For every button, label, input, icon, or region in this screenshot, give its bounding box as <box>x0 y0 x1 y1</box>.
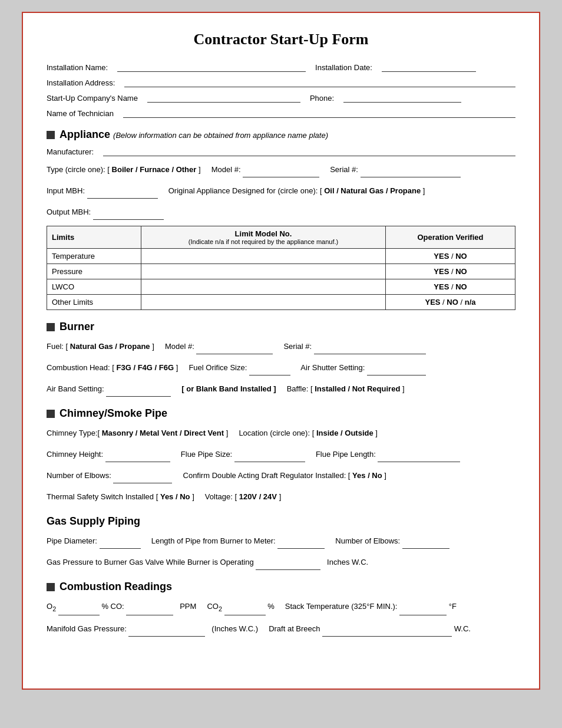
o2-label: O2 <box>47 602 56 611</box>
manufacturer-row: Manufacturer: <box>47 147 515 156</box>
input-row: Input MBH: Original Appliance Designed f… <box>47 183 515 199</box>
draft-options: Yes / No <box>352 471 382 480</box>
phone-label: Phone: <box>310 94 334 103</box>
chimney-section-header: Chimney/Smoke Pipe <box>47 407 515 420</box>
burner-fuel-label: Fuel: [ <box>47 342 68 351</box>
flue-length-input[interactable] <box>378 453 460 462</box>
serial-input[interactable] <box>361 168 461 177</box>
airband-input[interactable] <box>106 387 171 397</box>
installation-name-row: Installation Name: Installation Date: <box>47 62 515 72</box>
flue-size-input[interactable] <box>234 453 305 462</box>
output-label: Output MBH: <box>47 207 91 216</box>
type-options: Boiler / Furnace / Other <box>112 165 197 174</box>
limit-pressure: Pressure <box>47 264 141 279</box>
model-temp-input[interactable] <box>141 249 386 264</box>
phone-input[interactable] <box>343 93 461 103</box>
startup-company-input[interactable] <box>147 93 300 103</box>
burner-serial-label: Serial #: <box>283 342 312 351</box>
installation-name-input[interactable] <box>117 62 306 72</box>
designed-label: Original Appliance Designed for (circle … <box>168 186 322 195</box>
input-label: Input MBH: <box>47 186 85 195</box>
installation-address-label: Installation Address: <box>47 78 115 87</box>
shutter-input[interactable] <box>367 366 426 375</box>
installation-address-input[interactable] <box>124 78 515 87</box>
airband-label: Air Band Setting: <box>47 384 104 393</box>
fuel-options: Oil / Natural Gas / Propane <box>324 186 421 195</box>
stack-temp-input[interactable] <box>399 606 447 615</box>
combustion-square-icon <box>47 583 55 591</box>
manufacturer-label: Manufacturer: <box>47 147 94 156</box>
limits-table: Limits Limit Model No. (Indicate n/a if … <box>47 226 515 310</box>
col-verified-header: Operation Verified <box>386 226 515 249</box>
burner-title: Burner <box>59 321 94 333</box>
pipe-diameter-input[interactable] <box>100 539 141 549</box>
flue-length-label: Flue Pipe Length: <box>316 450 376 459</box>
thermal-label: Thermal Safety Switch Installed [ <box>47 492 158 501</box>
draft-breech-label: Draft at Breech <box>269 624 320 633</box>
combustion-title: Combustion Readings <box>59 581 172 593</box>
chimney-height-input[interactable] <box>105 453 170 462</box>
chimney-location-options: Inside / Outside <box>316 429 373 437</box>
shutter-label: Air Shutter Setting: <box>300 363 365 372</box>
technician-input[interactable] <box>123 108 515 118</box>
limit-temp: Temperature <box>47 249 141 264</box>
chimney-height-row: Chimney Height: Flue Pipe Size: Flue Pip… <box>47 447 515 462</box>
col-model-header: Limit Model No. (Indicate n/a if not req… <box>141 226 386 249</box>
limit-lwco: LWCO <box>47 279 141 295</box>
table-row: Temperature YES / NO <box>47 249 515 264</box>
voltage-options: 120V / 24V <box>239 492 277 501</box>
fuel-close: ] <box>423 186 425 195</box>
burner-model-input[interactable] <box>196 345 273 354</box>
appliance-section-header: Appliance (Below information can be obta… <box>47 129 515 141</box>
gas-pressure-row: Gas Pressure to Burner Gas Valve While B… <box>47 555 515 570</box>
installation-date-input[interactable] <box>382 62 476 72</box>
page: Contractor Start-Up Form Installation Na… <box>22 12 540 690</box>
output-mbh-input[interactable] <box>93 210 164 220</box>
model-label: Model #: <box>211 165 241 174</box>
gas-pressure-label: Gas Pressure to Burner Gas Valve While B… <box>47 558 254 566</box>
thermal-options: Yes / No <box>160 492 190 501</box>
verified-temp: YES / NO <box>386 249 515 264</box>
verified-lwco: YES / NO <box>386 279 515 295</box>
manifold-input[interactable] <box>128 627 205 637</box>
pipe-length-input[interactable] <box>277 539 325 549</box>
o2-row: O2 % CO: PPM CO2 % Stack Temperature (32… <box>47 599 515 615</box>
inches-wc-label: (Inches W.C.) <box>211 624 258 633</box>
pipe-diameter-label: Pipe Diameter: <box>47 536 97 545</box>
co2-percent-label: % <box>267 602 275 611</box>
combustion-head-row: Combustion Head: [ F3G / F4G / F6G ] Fue… <box>47 360 515 375</box>
page-title: Contractor Start-Up Form <box>47 31 515 48</box>
gas-pressure-input[interactable] <box>256 561 320 570</box>
col-limits-header: Limits <box>47 226 141 249</box>
startup-company-label: Start-Up Company's Name <box>47 94 138 103</box>
draft-breech-input[interactable] <box>322 627 452 637</box>
orifice-label: Fuel Orifice Size: <box>189 363 247 372</box>
combustion-head-label: Combustion Head: [ <box>47 363 114 372</box>
burner-fuel-row: Fuel: [ Natural Gas / Propane ] Model #:… <box>47 339 515 354</box>
chimney-square-icon <box>47 410 55 418</box>
o2-subscript: 2 <box>52 605 56 612</box>
model-pressure-input[interactable] <box>141 264 386 279</box>
ppm-label: PPM <box>180 602 196 611</box>
wc-label: W.C. <box>454 624 471 633</box>
co2-input[interactable] <box>224 606 266 615</box>
orifice-input[interactable] <box>249 366 290 375</box>
model-input[interactable] <box>243 168 319 177</box>
elbows-label: Number of Elbows: <box>47 471 111 480</box>
chimney-height-label: Chimney Height: <box>47 450 103 459</box>
co-input[interactable] <box>126 606 173 615</box>
appliance-square-icon <box>47 131 55 139</box>
input-mbh-input[interactable] <box>87 189 158 199</box>
model-lwco-input[interactable] <box>141 279 386 295</box>
o2-input[interactable] <box>58 606 100 615</box>
manufacturer-input[interactable] <box>103 147 515 156</box>
burner-section-header: Burner <box>47 321 515 333</box>
table-row: Other Limits YES / NO / n/a <box>47 295 515 310</box>
chimney-type-row: Chimney Type:[ Masonry / Metal Vent / Di… <box>47 426 515 441</box>
voltage-label: Voltage: [ <box>205 492 237 501</box>
model-other-input[interactable] <box>141 295 386 310</box>
burner-serial-input[interactable] <box>314 345 426 354</box>
pipe-diameter-row: Pipe Diameter: Length of Pipe from Burne… <box>47 533 515 549</box>
elbows-input[interactable] <box>113 474 172 483</box>
gas-elbows-input[interactable] <box>402 539 449 549</box>
